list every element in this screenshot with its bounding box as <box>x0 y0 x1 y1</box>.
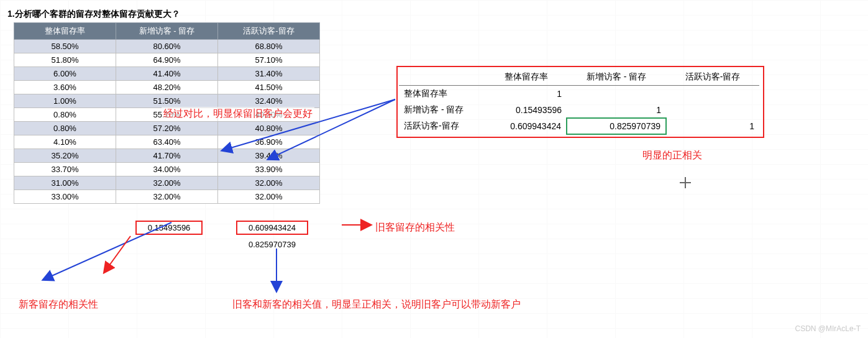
watermark: CSDN @MIrAcLe-T <box>795 324 861 333</box>
data-cell[interactable]: 3.60% <box>14 81 116 94</box>
table-row[interactable]: 0.80%57.20%40.80% <box>14 122 320 135</box>
table-row[interactable]: 35.20%41.70%39.40% <box>14 149 320 163</box>
data-cell[interactable]: 31.40% <box>218 67 320 81</box>
data-cell[interactable]: 48.20% <box>116 81 218 94</box>
data-cell[interactable]: 32.00% <box>218 190 320 204</box>
data-cell[interactable]: 32.00% <box>116 176 218 190</box>
data-cell[interactable]: 64.90% <box>116 53 218 67</box>
corr-col-header[interactable]: 活跃访客-留存 <box>666 69 759 86</box>
data-cell[interactable]: 41.70% <box>116 149 218 163</box>
data-cell[interactable]: 35.20% <box>14 149 116 163</box>
table-row[interactable]: 31.00%32.00%32.00% <box>14 176 320 190</box>
col-header[interactable]: 整体留存率 <box>14 23 116 40</box>
correlation-matrix[interactable]: 整体留存率 新增访客 - 留存 活跃访客-留存 整体留存率 1 新增访客 - 留… <box>396 66 764 138</box>
table-row[interactable]: 58.50%80.60%68.80% <box>14 40 320 53</box>
data-cell[interactable]: 51.50% <box>116 94 218 108</box>
cross-corr-value[interactable]: 0.825970739 <box>221 238 323 251</box>
data-cell[interactable]: 63.40% <box>116 135 218 149</box>
data-cell[interactable]: 41.50% <box>218 81 320 94</box>
data-cell[interactable]: 41.40% <box>116 67 218 81</box>
data-cell[interactable]: 33.90% <box>218 163 320 176</box>
annotation-cross-corr: 旧客和新客的相关值，明显呈正相关，说明旧客户可以带动新客户 <box>232 298 521 311</box>
data-cell[interactable]: 40.80% <box>218 122 320 135</box>
corr-row: 整体留存率 1 <box>399 86 759 103</box>
col-header[interactable]: 活跃访客-留存 <box>218 23 320 40</box>
empty-cell <box>15 219 117 237</box>
table-row[interactable]: 33.70%34.00%33.90% <box>14 163 320 176</box>
annotation-old-customer-corr: 旧客留存的相关性 <box>375 221 455 234</box>
old-corr-value[interactable]: 0.609943424 <box>221 219 323 237</box>
corr-row: 新增访客 - 留存 0.15493596 1 <box>399 102 759 118</box>
data-cell[interactable]: 1.00% <box>14 94 116 108</box>
corr-col-header[interactable]: 整体留存率 <box>486 69 567 86</box>
correlation-values-row: 0.15493596 0.609943424 0.825970739 <box>14 217 324 252</box>
page-title: 1.分析哪个客群的留存对整体留存贡献更大？ <box>7 9 180 20</box>
data-cell[interactable]: 36.90% <box>218 135 320 149</box>
data-cell[interactable]: 33.00% <box>14 190 116 204</box>
data-cell[interactable]: 32.40% <box>218 94 320 108</box>
table-row[interactable]: 51.80%64.90%57.10% <box>14 53 320 67</box>
data-cell[interactable]: 34.00% <box>116 163 218 176</box>
table-row[interactable]: 4.10%63.40%36.90% <box>14 135 320 149</box>
data-cell[interactable]: 58.50% <box>14 40 116 53</box>
annotation-compare: 经过对比，明显保留旧客户会更好 <box>162 107 314 121</box>
data-cell[interactable]: 68.80% <box>218 40 320 53</box>
new-corr-value[interactable]: 0.15493596 <box>118 219 220 237</box>
table-row[interactable]: 6.00%41.40%31.40% <box>14 67 320 81</box>
corr-row: 活跃访客-留存 0.609943424 0.825970739 1 <box>399 118 759 134</box>
data-cell[interactable]: 33.70% <box>14 163 116 176</box>
data-cell[interactable]: 6.00% <box>14 67 116 81</box>
selected-cell[interactable]: 0.825970739 <box>567 118 666 134</box>
data-cell[interactable]: 31.00% <box>14 176 116 190</box>
annotation-positive-correlation: 明显的正相关 <box>642 149 702 162</box>
data-cell[interactable]: 4.10% <box>14 135 116 149</box>
data-cell[interactable]: 39.40% <box>218 149 320 163</box>
corr-col-header[interactable]: 新增访客 - 留存 <box>567 69 666 86</box>
data-cell[interactable]: 0.80% <box>14 122 116 135</box>
crosshair-cursor-icon <box>680 177 691 188</box>
table-row[interactable]: 1.00%51.50%32.40% <box>14 94 320 108</box>
annotation-new-customer-corr: 新客留存的相关性 <box>19 298 98 311</box>
data-cell[interactable]: 0.80% <box>14 108 116 122</box>
data-cell[interactable]: 51.80% <box>14 53 116 67</box>
data-cell[interactable]: 32.00% <box>116 190 218 204</box>
data-cell[interactable]: 32.00% <box>218 176 320 190</box>
data-cell[interactable]: 57.20% <box>116 122 218 135</box>
data-cell[interactable]: 57.10% <box>218 53 320 67</box>
table-row[interactable]: 3.60%48.20%41.50% <box>14 81 320 94</box>
table-row[interactable]: 33.00%32.00%32.00% <box>14 190 320 204</box>
col-header[interactable]: 新增访客 - 留存 <box>116 23 218 40</box>
data-cell[interactable]: 80.60% <box>116 40 218 53</box>
